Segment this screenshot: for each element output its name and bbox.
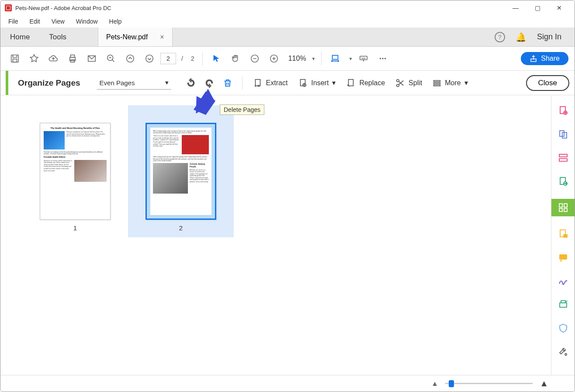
tab-close-icon[interactable]: × [160, 33, 164, 41]
print-icon[interactable] [64, 50, 81, 67]
sign-in-link[interactable]: Sign In [537, 32, 561, 42]
help-icon[interactable]: ? [495, 32, 505, 42]
page-thumbnail-2-selected[interactable]: NIH is funding large-scale surveys to fi… [145, 123, 216, 232]
tab-bar: Home Tools Pets-New.pdf × ? 🔔 Sign In [0, 28, 575, 47]
menu-file[interactable]: File [3, 16, 24, 27]
menu-edit[interactable]: Edit [24, 16, 45, 27]
svg-rect-40 [559, 254, 567, 260]
page-range-dropdown[interactable]: Even Pages ▾ [97, 76, 171, 90]
hand-tool-icon[interactable] [227, 50, 244, 67]
svg-rect-36 [559, 208, 562, 212]
svg-rect-3 [70, 55, 74, 58]
fill-sign-comment-icon[interactable] [557, 251, 569, 264]
svg-rect-11 [332, 56, 338, 59]
page-1-number: 1 [73, 224, 77, 232]
menu-view[interactable]: View [46, 16, 70, 27]
page2-subhead: Animals Helping People [190, 163, 209, 168]
keyboard-icon[interactable] [355, 50, 372, 67]
svg-rect-35 [564, 204, 567, 207]
svg-point-8 [146, 55, 153, 62]
svg-rect-23 [434, 80, 440, 82]
menu-window[interactable]: Window [71, 16, 103, 27]
delete-pages-icon[interactable] [220, 76, 235, 90]
svg-rect-20 [349, 79, 353, 86]
more-button[interactable]: More ▾ [429, 79, 471, 87]
page-number-input[interactable] [160, 53, 176, 64]
organize-title: Organize Pages [18, 78, 80, 88]
svg-point-7 [127, 55, 134, 62]
menu-bar: File Edit View Window Help [0, 15, 575, 28]
fit-width-icon[interactable] [327, 50, 343, 67]
zoom-small-icon[interactable]: ▲ [431, 380, 438, 388]
rotate-left-icon[interactable] [184, 76, 198, 90]
svg-rect-31 [559, 159, 567, 161]
svg-rect-0 [11, 55, 19, 62]
organize-pages-icon[interactable] [551, 199, 575, 216]
svg-rect-17 [255, 79, 260, 86]
svg-rect-37 [564, 208, 567, 212]
tab-file-active[interactable]: Pets-New.pdf × [98, 28, 173, 46]
svg-rect-24 [434, 83, 440, 84]
acrobat-app-icon [5, 4, 12, 11]
close-organize-button[interactable]: Close [526, 75, 569, 91]
organize-accent [6, 71, 8, 95]
extract-button[interactable]: Extract [249, 78, 291, 88]
page-down-icon[interactable] [141, 50, 158, 67]
chevron-down-icon: ▾ [165, 79, 169, 87]
replace-button[interactable]: Replace [343, 78, 388, 88]
slider-thumb[interactable] [449, 380, 454, 387]
more-tools-rail-icon[interactable] [557, 346, 569, 358]
tab-file-label: Pets-New.pdf [106, 33, 148, 41]
zoom-dropdown-icon[interactable]: ▼ [312, 56, 316, 61]
page-up-icon[interactable] [122, 50, 139, 67]
email-icon[interactable] [83, 50, 100, 67]
svg-rect-1 [13, 59, 17, 62]
comment-icon[interactable] [557, 228, 569, 240]
edit-pdf-icon[interactable] [557, 152, 569, 164]
share-button[interactable]: Share [521, 52, 568, 65]
thumbnail-zoom-slider[interactable] [445, 383, 533, 384]
notifications-icon[interactable]: 🔔 [516, 32, 527, 42]
chevron-down-icon: ▾ [464, 79, 468, 87]
protect-icon[interactable] [557, 322, 569, 334]
combine-files-icon[interactable] [557, 128, 569, 140]
star-icon[interactable] [26, 50, 42, 67]
sign-icon[interactable] [557, 275, 569, 287]
zoom-large-icon[interactable]: ▲ [540, 378, 548, 389]
svg-rect-4 [70, 60, 74, 62]
zoom-level[interactable]: 110% [288, 55, 306, 62]
more-tools-icon[interactable] [374, 50, 391, 67]
selection-tool-icon[interactable] [208, 50, 225, 67]
fit-dropdown-icon[interactable]: ▼ [349, 56, 353, 61]
menu-help[interactable]: Help [104, 16, 127, 27]
create-pdf-icon[interactable] [557, 104, 569, 117]
replace-label: Replace [359, 79, 385, 87]
close-window-button[interactable]: ✕ [553, 1, 566, 14]
title-bar: Pets-New.pdf - Adobe Acrobat Pro DC — ▢ … [0, 0, 575, 15]
svg-rect-29 [562, 132, 567, 138]
minimize-button[interactable]: — [509, 1, 522, 14]
svg-rect-41 [560, 303, 567, 307]
svg-rect-34 [559, 204, 562, 207]
maximize-button[interactable]: ▢ [531, 1, 544, 14]
cloud-icon[interactable] [45, 50, 62, 67]
insert-button[interactable]: Insert ▾ [294, 78, 339, 88]
insert-label: Insert [311, 79, 329, 87]
zoom-out-icon[interactable] [246, 50, 263, 67]
right-tool-rail [551, 96, 575, 375]
footer-bar: ▲ ▲ [0, 375, 575, 392]
split-button[interactable]: Split [392, 78, 426, 88]
zoom-out-find-icon[interactable] [103, 50, 119, 67]
zoom-in-icon[interactable] [266, 50, 282, 67]
page1-subhead: Possible Health Effects [44, 156, 107, 158]
extract-label: Extract [266, 79, 288, 87]
tab-home[interactable]: Home [0, 28, 39, 46]
chevron-down-icon: ▾ [332, 79, 336, 87]
export-pdf-icon[interactable] [557, 175, 569, 187]
save-icon[interactable] [7, 50, 23, 67]
svg-rect-30 [559, 154, 567, 157]
tab-tools[interactable]: Tools [39, 28, 76, 46]
rotate-right-icon[interactable] [202, 76, 217, 90]
print-production-icon[interactable] [557, 298, 569, 311]
page-thumbnail-1[interactable]: The Health and Mood-Boosting Benefits of… [40, 123, 111, 232]
